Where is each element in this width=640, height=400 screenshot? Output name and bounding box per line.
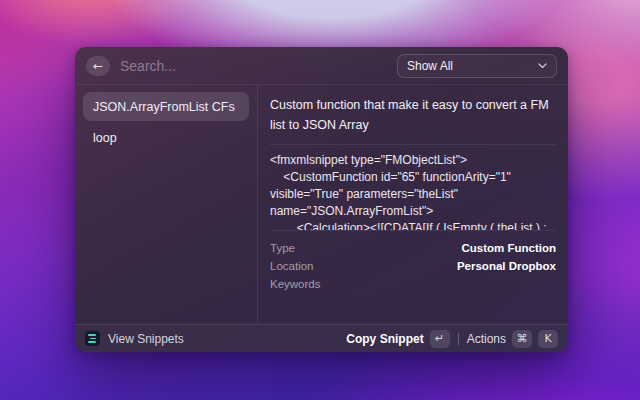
code-line: <CustomFunction id="65" functionArity="1…: [270, 169, 556, 186]
code-line: name="JSON.ArrayFromList">: [270, 203, 556, 220]
back-button[interactable]: ←: [86, 56, 110, 76]
search-input[interactable]: [120, 58, 387, 74]
extension-name-label: View Snippets: [108, 332, 184, 346]
snippet-metadata: Type Custom Function Location Personal D…: [270, 231, 556, 293]
metadata-row-location: Location Personal Dropbox: [270, 257, 556, 275]
copy-snippet-button[interactable]: Copy Snippet ↵: [346, 330, 449, 348]
code-line: <fmxmlsnippet type="FMObjectList">: [270, 152, 556, 169]
command-key-icon: ⌘: [512, 330, 532, 348]
snippets-viewer-window: ← Show All JSON.ArrayFromList CFs loop C…: [75, 47, 568, 352]
k-key-badge: K: [538, 330, 558, 348]
metadata-label: Keywords: [270, 278, 556, 290]
metadata-label: Location: [270, 260, 457, 272]
metadata-row-type: Type Custom Function: [270, 239, 556, 257]
actions-label: Actions: [467, 332, 506, 346]
snippet-list-item-json-arrayfromlist[interactable]: JSON.ArrayFromList CFs: [83, 92, 249, 121]
snippet-list: JSON.ArrayFromList CFs loop: [75, 85, 258, 324]
metadata-value: Personal Dropbox: [457, 260, 556, 272]
code-line: visible="True" parameters="theList": [270, 186, 556, 203]
code-line: <Calculation><![CDATA[If ( IsEmpty ( the…: [270, 220, 556, 231]
metadata-row-keywords: Keywords: [270, 275, 556, 293]
metadata-value: Custom Function: [461, 242, 556, 254]
copy-snippet-label: Copy Snippet: [346, 332, 423, 346]
snippet-description: Custom function that make it easy to con…: [270, 85, 556, 145]
actions-button[interactable]: Actions ⌘ K: [467, 330, 558, 348]
return-key-icon: ↵: [430, 330, 450, 348]
search-header: ← Show All: [75, 47, 568, 85]
back-arrow-icon: ←: [93, 56, 103, 76]
filter-dropdown[interactable]: Show All: [397, 54, 557, 78]
snippet-detail-panel: Custom function that make it easy to con…: [258, 85, 568, 324]
main-content: JSON.ArrayFromList CFs loop Custom funct…: [75, 85, 568, 324]
action-bar: View Snippets Copy Snippet ↵ Actions ⌘ K: [75, 324, 568, 352]
chevron-down-icon: [538, 63, 547, 69]
snippets-app-icon: [85, 331, 100, 346]
snippet-code-block: <fmxmlsnippet type="FMObjectList"> <Cust…: [270, 145, 556, 231]
footer-divider: [458, 333, 459, 345]
snippet-list-item-loop[interactable]: loop: [83, 123, 249, 152]
metadata-label: Type: [270, 242, 461, 254]
filter-dropdown-value: Show All: [407, 59, 532, 73]
